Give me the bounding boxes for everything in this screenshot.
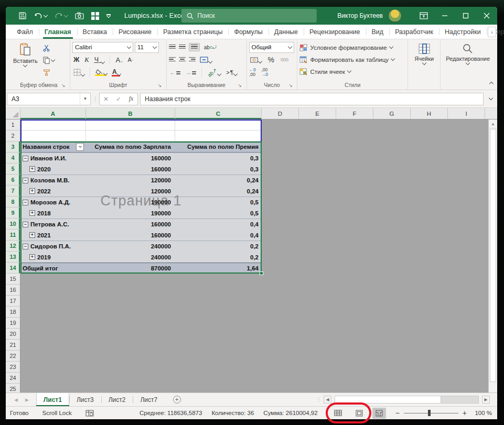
pivot-row-8[interactable]: −Морозов А.Д.1900000,5	[20, 197, 262, 208]
undo-button[interactable]	[34, 12, 47, 19]
zoom-slider[interactable]	[404, 410, 458, 416]
collapse-icon[interactable]: −	[23, 244, 28, 249]
row-header-15[interactable]: 15	[6, 274, 20, 285]
decrease-decimal-button[interactable]: ,00→0	[261, 68, 268, 78]
row-header-13[interactable]: 13	[6, 252, 20, 263]
expand-icon[interactable]: +	[29, 188, 35, 194]
increase-indent-icon[interactable]: →	[185, 70, 197, 75]
sheet-nav-right-icon[interactable]: ▶	[25, 397, 29, 402]
splitter-dots[interactable]: ⋮	[316, 399, 320, 401]
collapse-icon[interactable]: −	[23, 156, 28, 161]
row-header-8[interactable]: 8	[6, 197, 20, 208]
scroll-up-icon[interactable]: ▲	[489, 119, 497, 128]
clipboard-dialog-launcher-icon[interactable]: ↘	[61, 83, 67, 88]
insert-function-icon[interactable]: fx	[125, 95, 137, 103]
name-box-dropdown-icon[interactable]: ▼	[80, 93, 90, 105]
pivot-header-row[interactable]: Названия строкСумма по полю ЗарплатаСумм…	[20, 141, 262, 152]
cut-button[interactable]	[43, 43, 55, 53]
pivot-row-5[interactable]: +20201600000,3	[20, 164, 262, 175]
cells-button[interactable]: Ячейки	[411, 41, 437, 66]
row-header-19[interactable]: 19	[6, 318, 20, 329]
collapse-icon[interactable]: −	[23, 200, 28, 205]
wrap-text-button[interactable]: abc⤾	[203, 45, 218, 50]
cell-styles-button[interactable]: Стили ячеек	[299, 66, 394, 77]
font-dialog-launcher-icon[interactable]: ↘	[158, 83, 163, 88]
sheet-nav-left-icon[interactable]: ◀	[14, 397, 18, 402]
ribbon-tab-Вставка[interactable]: Вставка	[77, 25, 113, 39]
zoom-in-icon[interactable]: +	[463, 409, 467, 417]
ribbon-tab-Рецензирование[interactable]: Рецензирование	[304, 25, 366, 39]
decrease-indent-icon[interactable]: ←	[169, 70, 181, 75]
row-header-23[interactable]: 23	[6, 362, 20, 373]
row-header-3[interactable]: 3	[6, 141, 20, 152]
font-size-combo[interactable]: 11	[135, 42, 159, 53]
ribbon-tab-Формулы[interactable]: Формулы	[228, 25, 268, 39]
page-break-preview-icon[interactable]	[372, 408, 386, 419]
copy-dropdown-icon[interactable]	[50, 57, 55, 61]
underline-button[interactable]: Ч	[93, 56, 106, 63]
accounting-format-button[interactable]	[249, 57, 263, 63]
zoom-slider-thumb[interactable]	[428, 410, 431, 416]
collapse-icon[interactable]: −	[23, 222, 28, 227]
fill-handle[interactable]	[260, 271, 263, 275]
row-header-22[interactable]: 22	[6, 351, 20, 362]
row-header-9[interactable]: 9	[6, 208, 20, 219]
vertical-scroll-thumb[interactable]	[490, 129, 496, 382]
expand-icon[interactable]: +	[29, 166, 35, 172]
column-header-B[interactable]: B	[86, 108, 175, 119]
number-dialog-launcher-icon[interactable]: ↘	[288, 83, 294, 88]
new-sheet-button[interactable]: +	[170, 393, 184, 406]
user-avatar[interactable]	[388, 9, 402, 23]
pivot-row-4[interactable]: −Иванов И.И.1600000,3	[20, 152, 262, 164]
alignment-dialog-launcher-icon[interactable]: ↘	[238, 83, 243, 88]
scroll-left-icon[interactable]: ◀	[324, 396, 331, 404]
ribbon-tab-Рисование[interactable]: Рисование	[113, 25, 157, 39]
pivot-row-12[interactable]: −Сидоров П.А.2400000,2	[20, 241, 262, 252]
expand-icon[interactable]: +	[29, 210, 35, 216]
comma-style-button[interactable]: 000	[280, 57, 289, 62]
expand-icon[interactable]: +	[29, 232, 35, 238]
column-header-E[interactable]: E	[299, 108, 336, 119]
row-header-17[interactable]: 17	[6, 296, 20, 307]
row-header-4[interactable]: 4	[6, 152, 20, 164]
sheet-tab-Лист3[interactable]: Лист3	[69, 393, 101, 406]
column-header-G[interactable]: G	[373, 108, 411, 119]
merge-center-button[interactable]	[199, 57, 213, 63]
collapse-ribbon-icon[interactable]	[490, 80, 493, 86]
editing-button[interactable]: Редактирование	[443, 41, 493, 66]
minimize-button[interactable]	[434, 7, 455, 25]
save-icon[interactable]	[18, 12, 27, 20]
pivot-row-10[interactable]: −Петрова А.С.1600000,4	[20, 219, 262, 230]
page-layout-view-icon[interactable]	[352, 408, 366, 419]
paste-button[interactable]: Вставить	[10, 41, 41, 68]
sheet-area[interactable]: Страница 1 Названия строкСумма по полю З…	[20, 119, 497, 393]
bold-button[interactable]: Ж	[72, 56, 80, 63]
row-header-10[interactable]: 10	[6, 219, 20, 230]
touch-mouse-mode-icon[interactable]	[91, 12, 99, 20]
ribbon-tabs-overflow-icon[interactable]: ›	[488, 27, 496, 37]
row-header-18[interactable]: 18	[6, 307, 20, 318]
orientation-button[interactable]: ab↗	[206, 70, 222, 75]
italic-button[interactable]: К	[83, 56, 90, 64]
scroll-right-icon[interactable]: ▶	[482, 396, 490, 404]
align-left-icon[interactable]	[169, 57, 176, 63]
row-header-12[interactable]: 12	[6, 241, 20, 252]
align-right-icon[interactable]	[189, 57, 196, 63]
ribbon-tab-Данные[interactable]: Данные	[269, 25, 304, 39]
row-header-6[interactable]: 6	[6, 175, 20, 186]
decrease-font-button[interactable]: Аˇ	[126, 57, 134, 63]
pivot-table[interactable]: Названия строкСумма по полю ЗарплатаСумм…	[20, 141, 262, 274]
align-top-icon[interactable]	[169, 45, 176, 50]
fill-color-button[interactable]	[94, 69, 108, 76]
zoom-level[interactable]: 100 %	[471, 410, 492, 416]
align-bottom-icon[interactable]	[189, 43, 200, 52]
sheet-tab-Лист1[interactable]: Лист1	[36, 393, 69, 406]
collapse-icon[interactable]: −	[23, 178, 28, 183]
expand-icon[interactable]: +	[29, 254, 35, 260]
pivot-grand-total-row[interactable]: Общий итог8700001,64	[20, 263, 262, 274]
name-box[interactable]: A3 ▼	[7, 93, 91, 105]
horizontal-scroll-thumb[interactable]	[335, 396, 441, 403]
column-header-D[interactable]: D	[262, 108, 299, 119]
empty-row-2[interactable]	[20, 130, 262, 141]
format-as-table-button[interactable]: Форматировать как таблицу	[299, 54, 394, 65]
